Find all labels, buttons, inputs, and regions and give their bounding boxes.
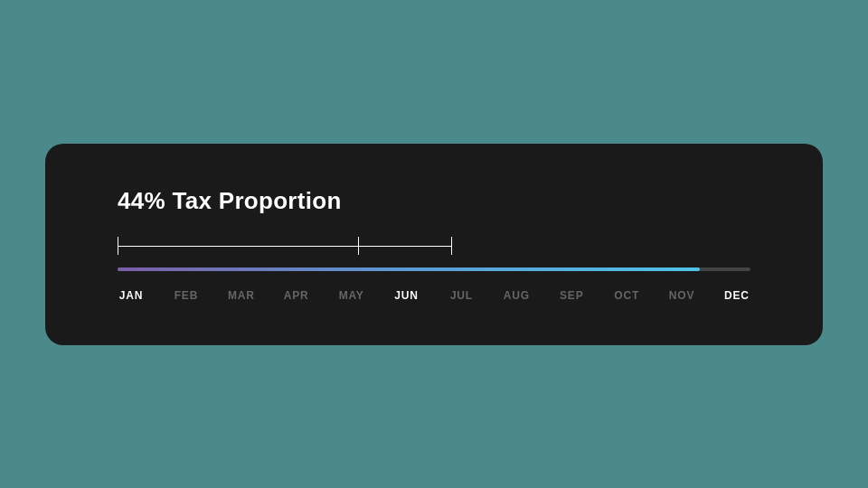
range-bracket [118, 237, 750, 255]
card-title: 44% Tax Proportion [118, 187, 750, 215]
months-row: JAN FEB MAR APR MAY JUN JUL AUG SEP OCT … [118, 289, 750, 302]
month-sep: SEP [558, 289, 585, 302]
month-oct: OCT [613, 289, 640, 302]
bracket-tick-mark [358, 237, 359, 255]
month-apr: APR [283, 289, 310, 302]
bracket-top-line [118, 246, 452, 247]
month-may: MAY [338, 289, 365, 302]
progress-bar-container [118, 267, 750, 271]
month-mar: MAR [228, 289, 255, 302]
bracket-right-edge [451, 237, 452, 255]
month-aug: AUG [503, 289, 530, 302]
month-jun: JUN [393, 289, 420, 302]
progress-bar-fill [118, 267, 700, 271]
month-jan: JAN [118, 289, 145, 302]
month-jul: JUL [448, 289, 475, 302]
month-dec: DEC [723, 289, 750, 302]
month-nov: NOV [668, 289, 695, 302]
tax-card: 44% Tax Proportion JAN FEB MAR APR MAY J… [45, 144, 823, 345]
month-feb: FEB [173, 289, 200, 302]
